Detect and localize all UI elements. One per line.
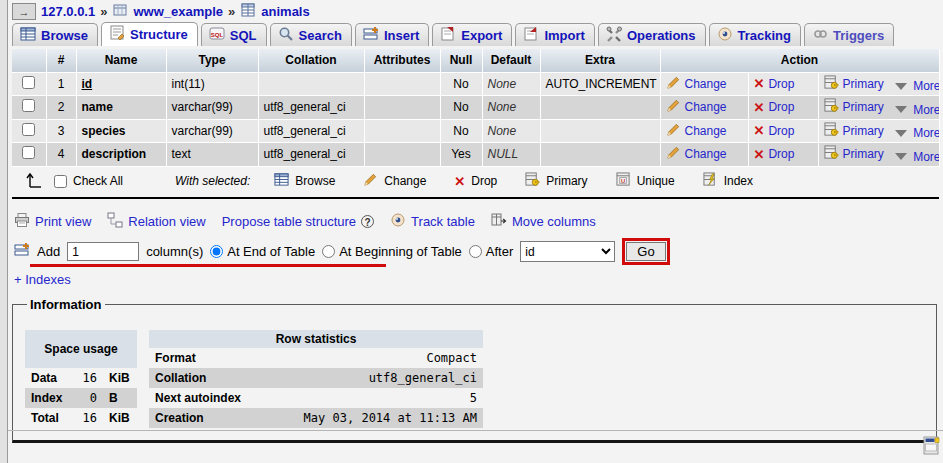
chevron-down-icon [895, 106, 907, 113]
drop-x-icon: ✕ [754, 147, 765, 162]
bottom-divider [8, 430, 943, 431]
row-checkbox-cell [12, 72, 46, 96]
header-checkbox [12, 49, 46, 72]
col-num: 2 [46, 96, 76, 120]
after-radio[interactable] [469, 245, 482, 258]
row-checkbox[interactable] [22, 146, 35, 159]
move-columns-icon [491, 212, 507, 231]
add-count-input[interactable] [67, 242, 139, 261]
more-link[interactable]: More [895, 103, 939, 117]
primary-link[interactable]: Primary [824, 122, 884, 140]
primary-link[interactable]: Primary [824, 145, 884, 163]
tab-label: Export [461, 28, 502, 43]
tab-import[interactable]: Import [515, 23, 594, 46]
tab-operations[interactable]: Operations [598, 23, 706, 46]
header-action: Action [660, 49, 939, 72]
track-table-link[interactable]: Track table [390, 212, 475, 231]
more-link[interactable]: More [895, 126, 939, 140]
row-checkbox-cell [12, 143, 46, 167]
primary-link[interactable]: Primary [824, 75, 884, 93]
indexes-toggle-link[interactable]: + Indexes [14, 272, 71, 287]
col-attributes [364, 96, 440, 120]
tab-label: Insert [384, 28, 419, 43]
more-link[interactable]: More [895, 150, 939, 164]
propose-structure-link[interactable]: Propose table structure ? [222, 214, 374, 229]
row-checkbox[interactable] [22, 99, 35, 112]
drop-link[interactable]: ✕Drop [754, 76, 795, 91]
svg-text:SQL: SQL [211, 32, 224, 38]
annotation-red-underline [30, 264, 386, 267]
check-all-checkbox[interactable] [54, 175, 67, 188]
structure-icon [109, 25, 125, 44]
browse-icon [20, 26, 36, 45]
print-view-link[interactable]: Print view [14, 212, 91, 231]
check-all[interactable]: Check All [54, 174, 123, 188]
at-beginning-radio[interactable] [322, 245, 335, 258]
tab-sql[interactable]: SQL SQL [201, 23, 267, 46]
radio-at-end[interactable]: At End of Table [210, 244, 315, 259]
at-end-radio[interactable] [210, 245, 223, 258]
row-statistics-row: Creation May 03, 2014 at 11:13 AM [149, 408, 483, 428]
primary-key-icon [824, 122, 839, 140]
go-button-annotation-box: Go [622, 238, 669, 265]
after-column-select[interactable]: id [520, 241, 615, 262]
tab-tracking[interactable]: Tracking [709, 23, 801, 46]
tab-search[interactable]: Search [270, 23, 352, 46]
col-extra [540, 143, 660, 167]
table-row: 3 species varchar(99) utf8_general_ci No… [12, 119, 939, 143]
drop-link[interactable]: ✕Drop [754, 123, 795, 138]
tab-insert[interactable]: Insert [355, 23, 429, 46]
browse-icon [274, 172, 289, 190]
change-link[interactable]: Change [666, 98, 727, 116]
more-link[interactable]: More [895, 79, 939, 93]
with-selected-drop[interactable]: ✕Drop [454, 174, 497, 189]
pencil-icon [666, 145, 681, 163]
pencil-icon [363, 172, 378, 190]
unique-icon: U [616, 172, 631, 190]
change-link[interactable]: Change [666, 145, 727, 163]
chevron-down-icon [895, 83, 907, 90]
table-row: 1 id int(11) No None AUTO_INCREMENT Chan… [12, 72, 939, 96]
check-all-label: Check All [73, 174, 123, 188]
go-button[interactable]: Go [626, 242, 665, 261]
change-link[interactable]: Change [666, 75, 727, 93]
with-selected-index[interactable]: Index [703, 172, 753, 190]
breadcrumb-server[interactable]: 127.0.0.1 [41, 4, 95, 19]
breadcrumb-database[interactable]: www_example [133, 4, 223, 19]
drop-link[interactable]: ✕Drop [754, 147, 795, 162]
tab-triggers[interactable]: Triggers [804, 23, 894, 46]
with-selected-unique[interactable]: UUnique [616, 172, 675, 190]
help-icon[interactable]: ? [361, 215, 374, 228]
tab-structure[interactable]: Structure [101, 22, 198, 46]
with-selected-primary[interactable]: Primary [525, 172, 587, 190]
pencil-icon [666, 98, 681, 116]
with-selected-label: With selected: [175, 174, 250, 188]
breadcrumb-table[interactable]: animals [261, 4, 309, 19]
row-statistics-row: Format Compact [149, 348, 483, 368]
tab-export[interactable]: Export [432, 23, 512, 46]
search-icon [278, 26, 294, 45]
relation-view-link[interactable]: Relation view [107, 212, 205, 231]
move-columns-link[interactable]: Move columns [491, 212, 596, 231]
primary-link[interactable]: Primary [824, 98, 884, 116]
change-link[interactable]: Change [666, 122, 727, 140]
tools-bar: Print view Relation view Propose table s… [14, 213, 941, 231]
radio-at-beginning[interactable]: At Beginning of Table [322, 244, 462, 259]
radio-after[interactable]: After [469, 244, 513, 259]
row-checkbox[interactable] [22, 123, 35, 136]
pencil-icon [666, 75, 681, 93]
query-window-icon[interactable] [923, 434, 940, 459]
expand-nav-button[interactable]: → [12, 3, 36, 20]
with-selected-browse[interactable]: Browse [274, 172, 335, 190]
header-collation: Collation [258, 49, 364, 72]
primary-key-icon [525, 172, 540, 190]
row-checkbox[interactable] [22, 76, 35, 89]
col-name: description [76, 143, 166, 167]
with-selected-change[interactable]: Change [363, 172, 426, 190]
export-icon [440, 26, 456, 45]
drop-link[interactable]: ✕Drop [754, 100, 795, 115]
header-attributes: Attributes [364, 49, 440, 72]
svg-text:U: U [621, 178, 625, 184]
relation-icon [107, 212, 123, 231]
tab-browse[interactable]: Browse [12, 23, 98, 46]
